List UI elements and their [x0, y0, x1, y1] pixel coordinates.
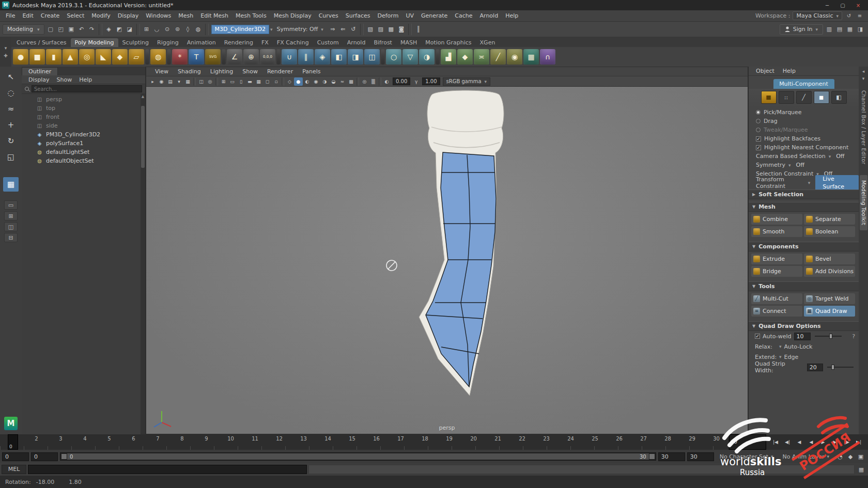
bevel-button[interactable]: Bevel	[804, 254, 855, 264]
menu-item[interactable]: Edit Mesh	[197, 10, 232, 22]
shelf-tab[interactable]: Rendering	[220, 38, 257, 47]
outliner-scrollbar[interactable]: ▲	[141, 94, 145, 434]
shelf-tab[interactable]: FX Caching	[273, 38, 313, 47]
use-all-lights-icon[interactable]: ◉	[312, 77, 320, 86]
target-weld-button[interactable]: ◎ Target Weld	[804, 293, 855, 304]
target-weld-shelf-icon[interactable]: ◉	[507, 49, 522, 65]
shelf-tab[interactable]: Animation	[183, 38, 220, 47]
tab-modeling-toolkit[interactable]: Modeling Toolkit	[860, 175, 867, 230]
menu-item[interactable]: Edit	[19, 10, 37, 22]
menu-item[interactable]: Mesh Tools	[232, 10, 270, 22]
outliner-item[interactable]: ◫ persp	[22, 95, 141, 104]
close-button[interactable]: ×	[850, 0, 866, 10]
multi-cut-button[interactable]: ╱ Multi-Cut	[751, 293, 802, 304]
step-back-one-key-button[interactable]: ◀|	[782, 437, 793, 447]
add-divisions-button[interactable]: Add Divisions	[804, 266, 855, 277]
textured-icon[interactable]: ◐	[303, 77, 312, 86]
menu-item[interactable]: Select	[63, 10, 88, 22]
panel-menu-icon[interactable]: ▾	[862, 76, 865, 81]
multi-component-header[interactable]: Multi-Component	[773, 79, 834, 89]
current-time-field[interactable]: 0	[729, 434, 766, 450]
highlight-nearest-component-checkbox[interactable]: Highlight Nearest Component	[749, 143, 859, 152]
pick-marquee-radio[interactable]: Pick/Marquee	[749, 108, 859, 117]
poly-bridge-icon[interactable]: ≍	[474, 49, 489, 65]
menu-item[interactable]: Object	[752, 68, 779, 74]
menu-item[interactable]: Deform	[374, 10, 402, 22]
shelf-tab[interactable]: Sculpting	[118, 38, 153, 47]
poly-extrude-icon[interactable]: ▟	[441, 49, 456, 65]
step-back-one-frame-button[interactable]: ◀	[794, 437, 804, 447]
select-by-component-icon[interactable]: ◪	[125, 24, 135, 35]
tools-section[interactable]: ▼ Tools	[749, 281, 859, 291]
outliner-search-input[interactable]	[32, 85, 142, 92]
quick-render-icon[interactable]: ▨	[376, 24, 386, 35]
menu-item[interactable]: Renderer	[262, 68, 298, 75]
boolean-button[interactable]: Boolean	[804, 226, 855, 237]
poly-combine-icon[interactable]: ∪	[282, 49, 297, 65]
auto-weld-field[interactable]: 10	[794, 333, 811, 340]
menu-item[interactable]: Show	[238, 68, 262, 75]
menu-item[interactable]: Modify	[88, 10, 114, 22]
go-to-end-button[interactable]: ▶|	[854, 437, 864, 447]
select-tool[interactable]: ↖	[3, 70, 19, 84]
paint-select-tool[interactable]: ≈	[3, 102, 19, 116]
shelf-gap[interactable]	[276, 49, 281, 65]
combine-button[interactable]: Combine	[751, 214, 802, 225]
wireframe-icon[interactable]: ◇	[285, 77, 294, 86]
poly-cube-icon[interactable]: ■	[29, 49, 45, 65]
viewport-divider[interactable]	[357, 77, 359, 86]
anim-layer-selector[interactable]: No Anim Layer ▾	[779, 453, 833, 460]
soft-selection-section[interactable]: ▶ Soft Selection	[749, 190, 859, 199]
move-tool[interactable]: +	[3, 118, 19, 132]
poly-plane-icon[interactable]: ▱	[129, 49, 144, 65]
resolution-gate-icon[interactable]: ▯	[237, 77, 245, 86]
oversampling-icon[interactable]: ◎	[206, 77, 214, 86]
show-channel-box-icon[interactable]: ▦	[845, 24, 855, 35]
toolbar-divider[interactable]	[408, 24, 412, 35]
menu-item[interactable]: Generate	[417, 10, 451, 22]
menu-item[interactable]: Display	[114, 10, 143, 22]
snap-to-point-icon[interactable]: ⊙	[162, 24, 173, 35]
viewport-canvas[interactable]: persp	[146, 87, 748, 434]
menu-item[interactable]: Show	[53, 76, 76, 83]
two-pane-layout-button[interactable]: ⊟	[4, 233, 18, 242]
move-to-origin-icon[interactable]: 0,0,0	[260, 49, 275, 65]
menu-item[interactable]: Surfaces	[342, 10, 374, 22]
shelf-gap[interactable]	[381, 49, 385, 65]
open-render-view-icon[interactable]: ▧	[365, 24, 376, 35]
range-start-handle[interactable]	[61, 453, 67, 460]
lock-camera-icon[interactable]: ◉	[157, 77, 166, 86]
colorspace-selector[interactable]: sRGB gamma ▾	[443, 77, 491, 86]
show-modeling-toolkit-icon[interactable]: ◨	[855, 24, 865, 35]
viewport-divider[interactable]	[215, 77, 218, 86]
output-connections-icon[interactable]: ⇐	[338, 24, 348, 35]
safe-title-icon[interactable]: ▫	[272, 77, 281, 86]
viewport-divider[interactable]	[379, 77, 381, 86]
redo-icon[interactable]: ↷	[87, 24, 97, 35]
show-attribute-editor-icon[interactable]: ▥	[824, 24, 834, 35]
play-forwards-button[interactable]: ▶	[818, 437, 828, 447]
poly-pyramid-icon[interactable]: ◣	[96, 49, 111, 65]
bookmarks-icon[interactable]: ▾	[175, 77, 183, 86]
menu-item[interactable]: Lighting	[206, 68, 238, 75]
new-scene-icon[interactable]: ▢	[45, 24, 56, 35]
snap-to-view-plane-icon[interactable]: ◊	[183, 24, 193, 35]
snap-to-curve-icon[interactable]: ◡	[152, 24, 162, 35]
outliner-title[interactable]: Outliner	[22, 67, 58, 75]
super-shapes-icon[interactable]: *	[172, 49, 188, 65]
boolean-union-icon[interactable]: ◧	[331, 49, 347, 65]
object-name-field[interactable]: M3D_Cylinder3D2	[211, 25, 269, 34]
vertex-mode-button[interactable]: ::	[779, 91, 794, 104]
boolean-difference-icon[interactable]: ◨	[348, 49, 363, 65]
camera-based-selection-dropdown[interactable]: Camera Based Selection ▾ Off	[749, 152, 859, 161]
input-connections-icon[interactable]: ⇒	[328, 24, 338, 35]
connect-button[interactable]: ≡ Connect	[751, 306, 802, 317]
symmetry-selector[interactable]: Symmetry: Off ▾	[274, 26, 327, 33]
mesh-section[interactable]: ▼ Mesh	[749, 202, 859, 212]
toolbar-divider[interactable]	[99, 24, 102, 35]
gamma-icon[interactable]: γ	[412, 77, 421, 86]
menu-item[interactable]: Arnold	[476, 10, 502, 22]
poly-prism-icon[interactable]: ◆	[112, 49, 128, 65]
poly-bevel-icon[interactable]: ◆	[457, 49, 473, 65]
toolbar-divider[interactable]	[136, 24, 140, 35]
